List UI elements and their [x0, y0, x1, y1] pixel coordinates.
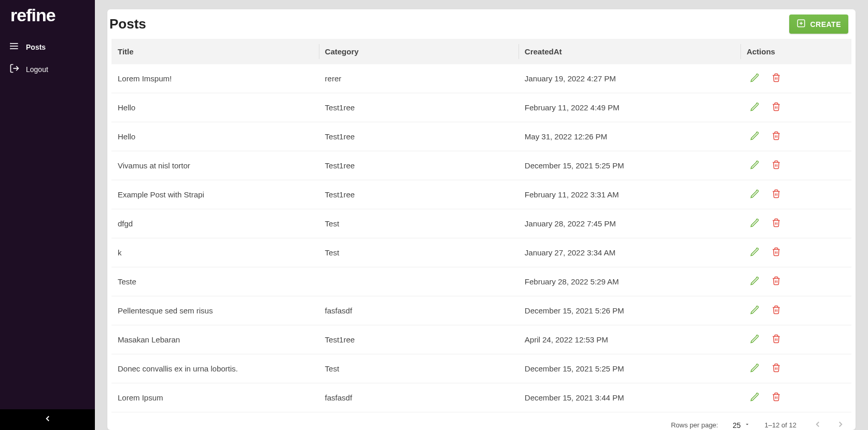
pencil-icon	[750, 218, 759, 229]
delete-button[interactable]	[771, 217, 782, 230]
sidebar-collapse-button[interactable]	[0, 409, 95, 430]
cell-category: fasfasdf	[319, 296, 519, 325]
delete-button[interactable]	[771, 130, 782, 143]
create-button[interactable]: CREATE	[789, 15, 848, 34]
cell-actions	[740, 238, 851, 267]
table-row: HelloTest1reeMay 31, 2022 12:26 PM	[111, 122, 851, 151]
trash-icon	[772, 218, 781, 229]
trash-icon	[772, 189, 781, 200]
table-row: Donec convallis ex in urna lobortis.Test…	[111, 354, 851, 383]
cell-title: dfgd	[111, 209, 319, 238]
table-row: kTestJanuary 27, 2022 3:34 AM	[111, 238, 851, 267]
edit-button[interactable]	[749, 217, 760, 230]
delete-button[interactable]	[771, 304, 782, 317]
edit-button[interactable]	[749, 246, 760, 259]
dropdown-icon	[744, 421, 750, 429]
table-header-row: Title Category CreatedAt Actions	[111, 39, 851, 64]
logout-icon	[9, 63, 20, 75]
edit-button[interactable]	[749, 304, 760, 317]
chevron-left-icon	[43, 414, 52, 425]
cell-created-at: February 11, 2022 3:31 AM	[519, 180, 740, 209]
cell-category: rerer	[319, 64, 519, 93]
trash-icon	[772, 247, 781, 258]
cell-category: Test	[319, 354, 519, 383]
cell-title: k	[111, 238, 319, 267]
brand-text: refine	[10, 5, 55, 25]
edit-button[interactable]	[749, 130, 760, 143]
edit-button[interactable]	[749, 101, 760, 114]
cell-created-at: December 15, 2021 5:26 PM	[519, 296, 740, 325]
cell-created-at: February 28, 2022 5:29 AM	[519, 267, 740, 296]
pencil-icon	[750, 334, 759, 345]
chevron-right-icon	[836, 423, 845, 430]
trash-icon	[772, 160, 781, 171]
cell-category: fasfasdf	[319, 383, 519, 412]
sidebar-item-posts[interactable]: Posts	[0, 36, 95, 58]
pagination-bar: Rows per page: 25 1–12 of 12	[107, 412, 856, 430]
rows-per-page-value: 25	[733, 421, 741, 429]
table-row: Vivamus at nisl tortorTest1reeDecember 1…	[111, 151, 851, 180]
cell-created-at: December 15, 2021 3:44 PM	[519, 383, 740, 412]
delete-button[interactable]	[771, 391, 782, 404]
trash-icon	[772, 363, 781, 374]
cell-actions	[740, 64, 851, 93]
cell-created-at: April 24, 2022 12:53 PM	[519, 325, 740, 354]
col-created-at[interactable]: CreatedAt	[519, 39, 740, 64]
edit-button[interactable]	[749, 362, 760, 375]
table-row: Masakan LebaranTest1reeApril 24, 2022 12…	[111, 325, 851, 354]
cell-actions	[740, 180, 851, 209]
delete-button[interactable]	[771, 101, 782, 114]
cell-category: Test1ree	[319, 325, 519, 354]
delete-button[interactable]	[771, 275, 782, 288]
list-icon	[9, 41, 20, 53]
cell-title: Pellentesque sed sem risus	[111, 296, 319, 325]
svg-point-4	[10, 46, 11, 47]
create-label: CREATE	[810, 20, 841, 28]
table-row: Lorem Imspum!rererJanuary 19, 2022 4:27 …	[111, 64, 851, 93]
pencil-icon	[750, 363, 759, 374]
edit-button[interactable]	[749, 72, 760, 85]
cell-category	[319, 267, 519, 296]
edit-button[interactable]	[749, 391, 760, 404]
table-row: HelloTest1reeFebruary 11, 2022 4:49 PM	[111, 93, 851, 122]
table-container: Title Category CreatedAt Actions Lorem I…	[107, 39, 856, 412]
edit-button[interactable]	[749, 188, 760, 201]
cell-title: Masakan Lebaran	[111, 325, 319, 354]
cell-actions	[740, 383, 851, 412]
cell-category: Test	[319, 209, 519, 238]
next-page-button[interactable]	[834, 418, 847, 430]
delete-button[interactable]	[771, 362, 782, 375]
cell-title: Teste	[111, 267, 319, 296]
delete-button[interactable]	[771, 246, 782, 259]
brand-logo: refine	[0, 0, 95, 36]
sidebar-item-logout[interactable]: Logout	[0, 58, 95, 80]
delete-button[interactable]	[771, 188, 782, 201]
table-row: Lorem IpsumfasfasdfDecember 15, 2021 3:4…	[111, 383, 851, 412]
cell-created-at: January 28, 2022 7:45 PM	[519, 209, 740, 238]
rows-per-page-label: Rows per page:	[671, 421, 718, 429]
svg-point-5	[10, 49, 11, 49]
cell-category: Test	[319, 238, 519, 267]
sidebar: refine Posts Logout	[0, 0, 95, 430]
edit-button[interactable]	[749, 275, 760, 288]
col-category[interactable]: Category	[319, 39, 519, 64]
cell-title: Hello	[111, 93, 319, 122]
col-title[interactable]: Title	[111, 39, 319, 64]
rows-per-page-select[interactable]: 25	[733, 421, 750, 429]
edit-button[interactable]	[749, 159, 760, 172]
trash-icon	[772, 305, 781, 316]
pencil-icon	[750, 73, 759, 84]
page-title: Posts	[107, 16, 146, 32]
posts-table: Title Category CreatedAt Actions Lorem I…	[111, 39, 851, 412]
delete-button[interactable]	[771, 333, 782, 346]
prev-page-button[interactable]	[811, 418, 824, 430]
cell-title: Hello	[111, 122, 319, 151]
delete-button[interactable]	[771, 72, 782, 85]
table-row: Example Post with StrapiTest1reeFebruary…	[111, 180, 851, 209]
page-nav	[811, 418, 847, 430]
cell-created-at: January 19, 2022 4:27 PM	[519, 64, 740, 93]
edit-button[interactable]	[749, 333, 760, 346]
trash-icon	[772, 334, 781, 345]
delete-button[interactable]	[771, 159, 782, 172]
cell-created-at: February 11, 2022 4:49 PM	[519, 93, 740, 122]
